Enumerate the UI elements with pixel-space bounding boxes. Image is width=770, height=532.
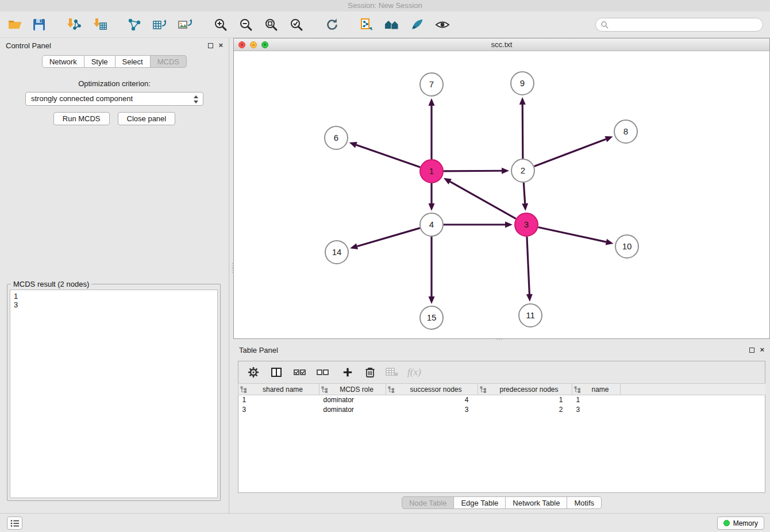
graph-edge-arrow [350,243,358,249]
network-canvas[interactable]: 7968124314101511 [234,51,769,338]
table-panel: Table Panel [233,342,770,512]
attribute-icon [574,386,581,393]
graph-edge-4-14[interactable] [357,228,420,246]
table-panel-title: Table Panel [239,346,278,354]
zoom-selected-button[interactable] [286,14,307,35]
float-panel-icon[interactable] [208,43,213,48]
maximize-window-icon[interactable] [261,41,268,48]
table-cell [621,405,766,415]
function-builder-button[interactable]: f(x) [407,364,421,380]
trash-icon [365,367,375,378]
save-session-button[interactable] [29,14,49,35]
graph-edge-arrow [429,203,435,211]
export-image-button[interactable] [175,14,195,35]
column-header-predecessor-nodes[interactable]: predecessor nodes [478,384,572,395]
horizontal-splitter-handle[interactable]: ⋯ [492,338,507,342]
export-table-button[interactable] [149,14,170,35]
search-input[interactable] [611,20,758,29]
new-network-from-selection-button[interactable] [124,14,145,35]
close-table-panel-icon[interactable] [760,346,764,353]
mcds-result-groupbox: MCDS result (2 nodes) 1 3 [7,284,221,501]
delete-table-icon [386,367,398,377]
run-mcds-button[interactable]: Run MCDS [53,112,110,125]
deselect-all-button[interactable] [314,364,332,380]
mcds-result-values[interactable]: 1 3 [10,290,218,498]
table-toolbar: f(x) [238,361,765,383]
control-panel-header: Control Panel [0,38,229,53]
tab-motifs[interactable]: Motifs [567,496,602,509]
tab-node-table[interactable]: Node Table [402,496,455,509]
refresh-button[interactable] [322,14,342,35]
show-hide-button[interactable] [432,14,453,35]
import-network-button[interactable] [63,14,84,35]
graph-edge-3-1[interactable] [450,182,515,219]
column-header-successor-nodes[interactable]: successor nodes [386,384,478,395]
graph-edge-3-11[interactable] [527,237,529,294]
copy-network-button[interactable] [356,14,377,35]
folder-icon [7,17,22,32]
graph-edge-2-9[interactable] [522,105,523,159]
close-window-icon[interactable] [238,41,245,48]
zoom-out-icon [238,17,253,32]
home-button[interactable] [382,14,402,35]
table-export-icon [152,17,167,32]
add-column-button[interactable] [340,364,356,380]
graph-edge-2-8[interactable] [534,139,606,166]
open-session-button[interactable] [5,14,25,35]
delete-table-button[interactable] [383,364,401,380]
delete-column-button[interactable] [363,364,378,380]
select-all-button[interactable] [291,364,309,380]
import-table-button[interactable] [90,14,110,35]
node-table-body: 1dominator4113dominator323 [238,395,766,415]
graph-node-label: 14 [332,247,342,257]
table-cell: 3 [572,405,621,415]
tab-mcds[interactable]: MCDS [151,55,187,68]
window-controls [238,41,268,48]
column-header-shared-name[interactable]: shared name [238,384,319,395]
column-header-filler [621,384,766,395]
zoom-in-icon [213,17,228,32]
table-row[interactable]: 3dominator323 [238,405,766,415]
network-view-window: scc.txt 7968124314101511 [233,38,770,339]
close-panel-button[interactable]: Close panel [118,112,176,125]
dropdown-arrows-icon [192,94,200,105]
tab-edge-table[interactable]: Edge Table [454,496,506,509]
minimize-window-icon[interactable] [250,41,257,48]
graph-edge-1-6[interactable] [356,145,420,167]
show-columns-button[interactable] [268,364,284,380]
graph-node-label: 2 [521,165,525,175]
apply-style-button[interactable] [407,14,428,35]
tab-select[interactable]: Select [116,55,151,68]
table-panel-tabs: Node TableEdge TableNetwork TableMotifs [233,496,770,509]
table-options-button[interactable] [245,364,261,380]
graph-edge-arrow [349,142,357,148]
table-row[interactable]: 1dominator411 [238,395,766,405]
zoom-out-button[interactable] [236,14,256,35]
tab-network-table[interactable]: Network Table [506,496,567,509]
show-task-history-button[interactable] [7,516,22,530]
graph-edge-1-2[interactable] [444,171,502,171]
column-header-name[interactable]: name [572,384,621,395]
table-cell: 1 [572,395,621,405]
float-table-panel-icon[interactable] [749,348,754,353]
optimization-criterion-dropdown[interactable]: strongly connected component [25,92,203,106]
attribute-icon [388,386,395,393]
tab-network[interactable]: Network [42,55,84,68]
zoom-fit-button[interactable] [261,14,282,35]
zoom-in-button[interactable] [210,14,231,35]
table-panel-body: f(x) shared name MCDS role successor nod… [238,361,765,493]
vertical-splitter-handle[interactable]: ⋮⋮ [229,263,233,278]
zoom-fit-icon [264,17,279,32]
close-panel-icon[interactable] [218,42,223,49]
control-panel: Control Panel NetworkStyleSelectMCDS Opt… [0,38,229,513]
table-cell: 3 [238,405,319,415]
tab-style[interactable]: Style [84,55,116,68]
memory-button[interactable]: Memory [717,516,764,530]
graph-node-label: 9 [520,78,525,88]
graph-edge-3-10[interactable] [538,227,606,242]
graph-edge-2-3[interactable] [523,183,525,203]
table-cell: dominator [319,405,386,415]
graph-edge-arrow [606,239,614,245]
column-header-mcds-role[interactable]: MCDS role [319,384,386,395]
node-table: shared name MCDS role successor nodes pr… [238,383,765,415]
